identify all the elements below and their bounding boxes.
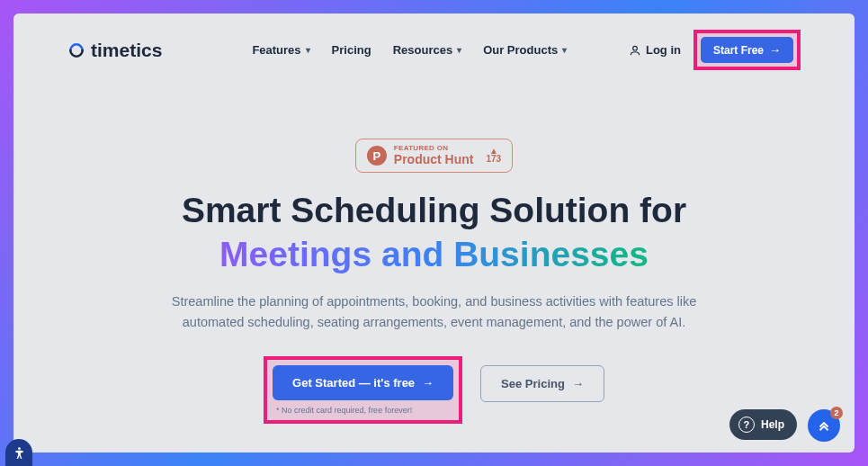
- product-hunt-badge[interactable]: P FEATURED ON Product Hunt ▲ 173: [355, 139, 513, 173]
- arrow-right-icon: →: [422, 376, 434, 390]
- page-container: timetics Features▾ Pricing Resources▾ Ou…: [13, 13, 855, 453]
- brand-name: timetics: [91, 40, 162, 61]
- brand-logo[interactable]: timetics: [67, 40, 162, 61]
- cta-row: Get Started — it's free→ * No credit car…: [85, 356, 783, 424]
- chevron-up-icon: [816, 417, 832, 434]
- hero-section: P FEATURED ON Product Hunt ▲ 173 Smart S…: [13, 86, 855, 424]
- highlight-get-started: Get Started — it's free→ * No credit car…: [264, 356, 462, 424]
- nav-our-products[interactable]: Our Products▾: [483, 43, 567, 57]
- nav-resources[interactable]: Resources▾: [393, 43, 461, 57]
- get-started-button[interactable]: Get Started — it's free→: [273, 365, 453, 400]
- ph-votes: ▲ 173: [486, 148, 501, 164]
- scroll-to-top-button[interactable]: 2: [808, 409, 840, 442]
- notification-badge: 2: [830, 407, 843, 419]
- chevron-down-icon: ▾: [457, 45, 461, 55]
- accessibility-icon: [12, 445, 27, 461]
- ph-name: Product Hunt: [394, 153, 474, 166]
- login-link[interactable]: Log in: [629, 43, 681, 57]
- hero-title: Smart Scheduling Solution for Meetings a…: [85, 189, 783, 277]
- svg-point-0: [633, 46, 638, 50]
- user-icon: [629, 44, 641, 57]
- highlight-start-free: Start Free→: [694, 30, 801, 70]
- arrow-right-icon: →: [572, 377, 584, 390]
- nav-features[interactable]: Features▾: [252, 43, 309, 57]
- svg-point-1: [18, 447, 21, 450]
- header-actions: Log in Start Free→: [629, 30, 801, 70]
- arrow-right-icon: →: [769, 43, 781, 57]
- help-widget[interactable]: ? Help: [729, 409, 797, 440]
- product-hunt-icon: P: [367, 146, 387, 166]
- accessibility-widget[interactable]: [5, 439, 32, 466]
- logo-icon: [67, 41, 85, 59]
- chevron-down-icon: ▾: [562, 45, 567, 55]
- chevron-down-icon: ▾: [306, 45, 310, 55]
- help-icon: ?: [738, 417, 755, 433]
- header: timetics Features▾ Pricing Resources▾ Ou…: [13, 13, 855, 86]
- main-nav: Features▾ Pricing Resources▾ Our Product…: [252, 43, 567, 57]
- cta-disclaimer: * No credit card required, free forever!: [276, 406, 412, 415]
- see-pricing-button[interactable]: See Pricing→: [480, 365, 604, 402]
- hero-subtitle: Streamline the planning of appointments,…: [156, 291, 713, 333]
- start-free-button[interactable]: Start Free→: [701, 37, 793, 63]
- nav-pricing[interactable]: Pricing: [332, 43, 371, 57]
